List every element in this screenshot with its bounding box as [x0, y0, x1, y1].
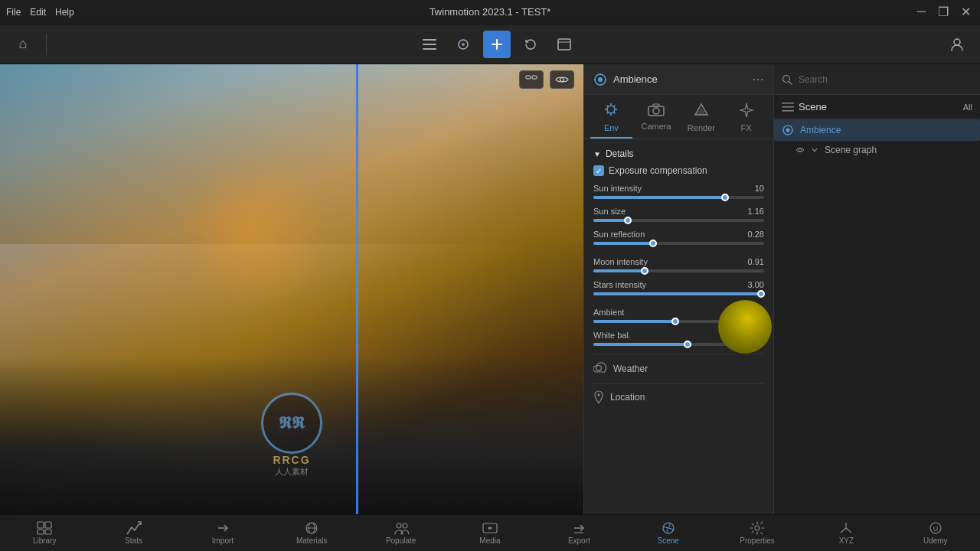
media-icon: [482, 521, 498, 535]
sun-reflection-fill: [593, 242, 653, 245]
sun-intensity-track[interactable]: [593, 196, 764, 199]
stars-intensity-value: 3.00: [748, 280, 764, 289]
sun-size-thumb[interactable]: [624, 217, 632, 224]
svg-point-46: [799, 148, 802, 152]
menu-items[interactable]: File Edit Help: [6, 7, 74, 18]
home-button[interactable]: ⌂: [9, 31, 37, 58]
details-section-header[interactable]: ▼ Details: [593, 145, 764, 165]
tab-render[interactable]: Render: [681, 99, 723, 139]
white-balance-track[interactable]: [593, 343, 764, 346]
sun-reflection-slider-row: Sun reflection 0.28: [593, 230, 764, 245]
stars-intensity-thumb[interactable]: [757, 290, 765, 298]
white-balance-value: 6666K: [740, 331, 764, 340]
stars-intensity-label: Stars intensity: [593, 280, 646, 289]
exposure-checkbox[interactable]: ✓: [593, 165, 604, 176]
minimize-button[interactable]: ─: [914, 5, 929, 19]
viewport-background: [0, 64, 583, 514]
scene-sub-item-graph[interactable]: Scene graph: [774, 141, 980, 159]
grid-toggle-button[interactable]: [519, 70, 544, 89]
exposure-compensation-row: ✓ Exposure compensation: [593, 165, 764, 176]
weather-section[interactable]: Weather: [593, 354, 764, 383]
sun-intensity-thumb[interactable]: [721, 194, 729, 201]
scene-title: Scene: [799, 101, 959, 112]
svg-point-62: [755, 526, 760, 530]
title-bar: File Edit Help Twinmotion 2023.1 - TEST*…: [0, 0, 980, 24]
export-button[interactable]: Export: [534, 518, 623, 548]
udemy-button[interactable]: U Udemy: [891, 518, 980, 548]
populate-button[interactable]: Populate: [356, 518, 445, 548]
toolbar-separator-1: [46, 34, 47, 55]
tab-env-label: Env: [604, 123, 619, 132]
svg-point-29: [653, 108, 659, 114]
stats-button[interactable]: Stats: [89, 518, 178, 548]
close-button[interactable]: ✕: [958, 5, 974, 19]
properties-button[interactable]: Properties: [713, 518, 802, 548]
ambient-track[interactable]: [593, 320, 764, 323]
tab-camera[interactable]: Camera: [635, 99, 678, 139]
svg-rect-10: [526, 76, 531, 79]
white-balance-fill: [593, 343, 688, 346]
user-button[interactable]: [943, 31, 971, 58]
weather-icon: [593, 362, 607, 376]
ambient-thumb[interactable]: [671, 318, 679, 325]
refresh-button[interactable]: [517, 31, 544, 58]
viewport[interactable]: 𝕽𝕽 RRCG 人人素材: [0, 64, 583, 514]
scene-bottom-label: Scene: [658, 536, 679, 545]
svg-rect-30: [653, 104, 659, 106]
sun-reflection-value: 0.28: [748, 230, 764, 239]
ambience-scene-label: Ambience: [800, 125, 841, 135]
add-button[interactable]: [483, 31, 511, 58]
scene-bottom-button[interactable]: Scene: [624, 518, 713, 548]
media-button[interactable]: Media: [446, 518, 534, 548]
sun-reflection-thumb[interactable]: [649, 240, 657, 247]
eye-toggle-button[interactable]: [550, 70, 574, 89]
moon-intensity-track[interactable]: [593, 269, 764, 272]
window-button[interactable]: [550, 31, 578, 58]
search-input[interactable]: [799, 74, 972, 85]
svg-line-24: [607, 106, 609, 107]
svg-rect-47: [38, 522, 44, 528]
hamburger-button[interactable]: [416, 31, 443, 58]
maximize-button[interactable]: ❐: [935, 5, 952, 19]
scene-hamburger-icon[interactable]: [782, 102, 794, 112]
window-controls[interactable]: ─ ❐ ✕: [914, 5, 974, 19]
location-section[interactable]: Location: [593, 383, 764, 410]
scene-graph-label: Scene graph: [825, 145, 877, 155]
stars-intensity-track[interactable]: [593, 292, 764, 295]
cursor-button[interactable]: [449, 31, 477, 58]
top-toolbar: ⌂: [0, 24, 980, 64]
sun-intensity-value: 10: [755, 184, 764, 193]
svg-point-14: [598, 77, 603, 82]
scene-item-ambience[interactable]: Ambience: [774, 119, 980, 141]
tab-fx[interactable]: FX: [725, 99, 767, 139]
tab-fx-label: FX: [741, 123, 752, 132]
import-button[interactable]: Import: [178, 518, 267, 548]
library-button[interactable]: Library: [0, 518, 89, 548]
populate-label: Populate: [386, 536, 416, 545]
xyz-button[interactable]: XYZ: [802, 518, 890, 548]
ambience-panel: Ambience ⋯: [583, 64, 773, 514]
materials-button[interactable]: Materials: [267, 518, 356, 548]
toolbar-center: [56, 31, 937, 58]
stars-intensity-slider-row: Stars intensity 3.00: [593, 280, 764, 295]
menu-file[interactable]: File: [6, 7, 21, 18]
bottom-toolbar: Library Stats Import Materials Populate: [0, 514, 980, 551]
menu-help[interactable]: Help: [55, 7, 74, 18]
populate-icon: [394, 521, 409, 535]
menu-edit[interactable]: Edit: [30, 7, 46, 18]
library-icon: [37, 521, 52, 535]
svg-rect-7: [558, 39, 570, 50]
tab-env[interactable]: Env: [590, 99, 632, 139]
svg-point-4: [462, 43, 465, 46]
sun-reflection-track[interactable]: [593, 242, 764, 245]
svg-point-34: [598, 394, 600, 396]
sun-size-track[interactable]: [593, 219, 764, 222]
white-balance-thumb[interactable]: [684, 341, 691, 348]
toolbar-right: [943, 31, 971, 58]
svg-rect-6: [492, 44, 502, 45]
export-label: Export: [568, 536, 590, 545]
details-label: Details: [606, 148, 634, 159]
moon-intensity-thumb[interactable]: [641, 267, 648, 275]
ambience-panel-menu[interactable]: ⋯: [752, 72, 764, 86]
exposure-label: Exposure compensation: [609, 165, 707, 176]
